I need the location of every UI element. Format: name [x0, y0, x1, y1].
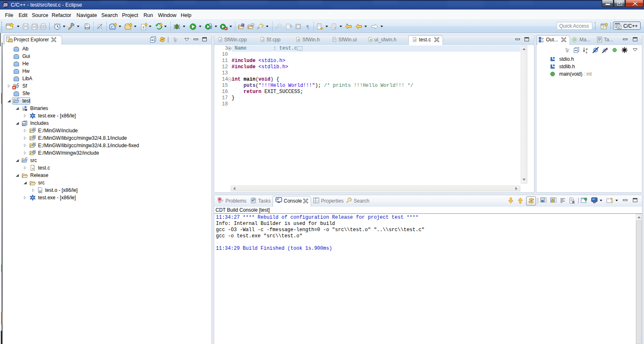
svg-text:*: *: [346, 23, 347, 26]
svg-text:C: C: [111, 25, 114, 29]
svg-text:c: c: [142, 25, 144, 29]
svg-text:z: z: [586, 50, 587, 54]
svg-text:C: C: [618, 26, 620, 29]
svg-text:¶: ¶: [306, 24, 309, 30]
svg-text:010: 010: [85, 26, 90, 29]
